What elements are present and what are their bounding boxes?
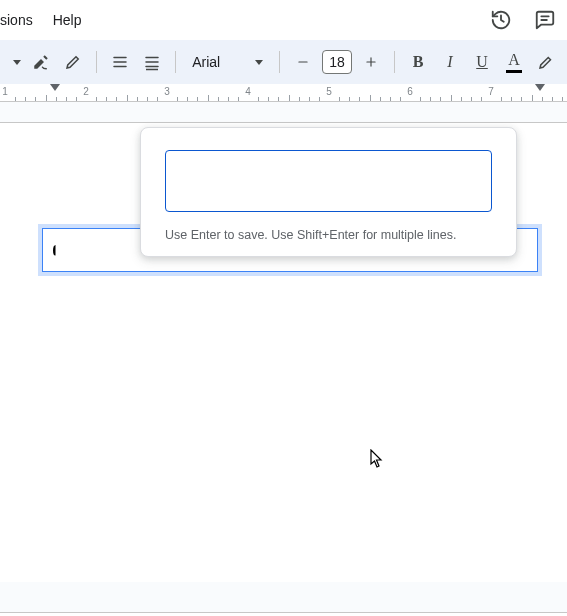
ruler-tick xyxy=(76,97,77,101)
ruler-number: 4 xyxy=(245,86,251,97)
align-icon[interactable] xyxy=(105,47,135,77)
ruler-tick xyxy=(268,97,269,101)
ruler-tick xyxy=(451,95,452,101)
alt-text-hint: Use Enter to save. Use Shift+Enter for m… xyxy=(165,228,492,242)
text-color-swatch xyxy=(506,70,522,73)
toolbar-separator xyxy=(279,51,280,73)
ruler-tick xyxy=(106,97,107,101)
chevron-down-icon xyxy=(255,60,263,65)
ruler-tick xyxy=(440,97,441,101)
ruler-tick xyxy=(289,95,290,101)
right-indent-marker[interactable] xyxy=(535,84,545,91)
ruler-tick xyxy=(511,97,512,101)
text-cursor-icon xyxy=(53,245,58,256)
toolbar-separator xyxy=(175,51,176,73)
document-area: Use Enter to save. Use Shift+Enter for m… xyxy=(0,102,567,616)
ruler-tick xyxy=(380,97,381,101)
alt-text-popup: Use Enter to save. Use Shift+Enter for m… xyxy=(140,127,517,257)
ruler-tick xyxy=(359,97,360,101)
underline-button[interactable]: U xyxy=(467,47,497,77)
ruler-tick xyxy=(299,97,300,101)
ruler-tick xyxy=(157,97,158,101)
header-right xyxy=(487,6,559,34)
ruler-tick xyxy=(228,97,229,101)
ruler-ticks: 1234567 xyxy=(0,84,567,101)
ruler-tick xyxy=(461,97,462,101)
svg-marker-8 xyxy=(146,69,158,71)
ruler-tick xyxy=(258,97,259,101)
open-comments-icon[interactable] xyxy=(531,6,559,34)
ruler-tick xyxy=(501,97,502,101)
ruler-number: 2 xyxy=(83,86,89,97)
ruler-tick xyxy=(430,97,431,101)
ruler-tick xyxy=(309,97,310,101)
ruler-tick xyxy=(116,97,117,101)
ruler-tick xyxy=(319,97,320,101)
menu-bar: sions Help xyxy=(0,0,567,40)
ruler-tick xyxy=(562,97,563,101)
ruler-tick xyxy=(96,97,97,101)
line-spacing-icon[interactable] xyxy=(137,47,167,77)
ruler-tick xyxy=(278,97,279,101)
font-family-value: Arial xyxy=(192,54,220,70)
ruler-number: 1 xyxy=(2,86,8,97)
ruler-tick xyxy=(56,97,57,101)
ruler-number: 5 xyxy=(326,86,332,97)
version-history-icon[interactable] xyxy=(487,6,515,34)
ruler-tick xyxy=(532,95,533,101)
ruler-tick xyxy=(481,97,482,101)
paint-format-icon[interactable] xyxy=(26,47,56,77)
ruler-number: 3 xyxy=(164,86,170,97)
ruler-tick xyxy=(339,97,340,101)
italic-button[interactable]: I xyxy=(435,47,465,77)
toolbar-separator xyxy=(394,51,395,73)
decrease-font-size-button[interactable] xyxy=(288,47,318,77)
ruler-tick xyxy=(471,97,472,101)
ruler-tick xyxy=(349,97,350,101)
horizontal-ruler[interactable]: 1234567 xyxy=(0,84,567,102)
ruler-tick xyxy=(521,97,522,101)
left-indent-marker[interactable] xyxy=(50,84,60,91)
toolbar-separator xyxy=(96,51,97,73)
font-size-input[interactable]: 18 xyxy=(322,50,352,74)
ruler-tick xyxy=(147,97,148,101)
font-family-dropdown[interactable]: Arial xyxy=(184,54,271,70)
ruler-tick xyxy=(552,97,553,101)
ruler-tick xyxy=(127,95,128,101)
edit-icon[interactable] xyxy=(58,47,88,77)
ruler-tick xyxy=(197,97,198,101)
ruler-tick xyxy=(238,97,239,101)
alt-text-input[interactable] xyxy=(165,150,492,212)
ruler-tick xyxy=(400,97,401,101)
ruler-tick xyxy=(187,97,188,101)
ruler-tick xyxy=(25,97,26,101)
toolbar: Arial 18 B I U A xyxy=(0,40,567,84)
menu-help[interactable]: Help xyxy=(43,6,92,34)
ruler-tick xyxy=(35,97,36,101)
document-page-next[interactable] xyxy=(0,612,567,616)
ruler-tick xyxy=(137,97,138,101)
ruler-tick xyxy=(370,95,371,101)
highlight-color-button[interactable] xyxy=(531,47,561,77)
increase-font-size-button[interactable] xyxy=(356,47,386,77)
ruler-tick xyxy=(420,97,421,101)
text-color-button[interactable]: A xyxy=(499,47,529,77)
ruler-tick xyxy=(218,97,219,101)
menu-extensions[interactable]: sions xyxy=(0,6,43,34)
text-color-letter: A xyxy=(508,52,520,68)
font-size-group: 18 xyxy=(288,47,386,77)
ruler-tick xyxy=(15,97,16,101)
ruler-tick xyxy=(177,97,178,101)
ruler-tick xyxy=(542,97,543,101)
ruler-number: 7 xyxy=(488,86,494,97)
bold-button[interactable]: B xyxy=(403,47,433,77)
ruler-tick xyxy=(66,97,67,101)
ruler-tick xyxy=(208,95,209,101)
ruler-tick xyxy=(46,95,47,101)
document-page[interactable]: Use Enter to save. Use Shift+Enter for m… xyxy=(0,122,567,582)
ruler-tick xyxy=(390,97,391,101)
ruler-number: 6 xyxy=(407,86,413,97)
more-tools-dropdown[interactable] xyxy=(6,47,24,77)
